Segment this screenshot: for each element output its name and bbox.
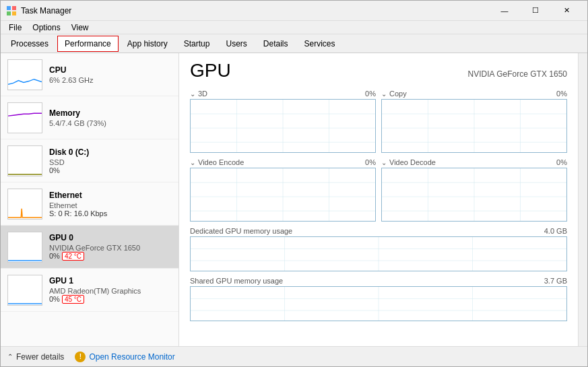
gpu1-stat: 0% 45 °C <box>49 295 172 304</box>
dedicated-label: Dedicated GPU memory usage <box>190 227 292 235</box>
svg-rect-0 <box>7 6 11 10</box>
gpu1-info: GPU 1 AMD Radeon(TM) Graphics 0% 45 °C <box>49 276 172 304</box>
cpu-thumb <box>7 59 42 90</box>
cpu-sub: 6% 2.63 GHz <box>49 76 172 84</box>
gpu1-name: GPU 1 <box>49 276 172 286</box>
cpu-info: CPU 6% 2.63 GHz <box>49 65 172 84</box>
maximize-button[interactable]: ☐ <box>520 1 551 21</box>
content-header: GPU NVIDIA GeForce GTX 1650 <box>190 60 567 81</box>
svg-rect-3 <box>12 11 16 15</box>
disk-thumb <box>7 145 42 176</box>
resource-monitor-icon: ! <box>75 352 86 362</box>
svg-rect-2 <box>7 11 11 15</box>
gpu0-temp-badge: 42 °C <box>62 252 84 261</box>
shared-chart-box <box>190 286 567 321</box>
menu-view[interactable]: View <box>66 22 94 34</box>
tab-startup[interactable]: Startup <box>176 36 218 52</box>
chart-3d: ⌄ 3D 0% <box>190 90 376 153</box>
gpu1-sub: AMD Radeon(TM) Graphics <box>49 287 172 295</box>
chart-decode-pct: 0% <box>556 158 567 166</box>
window-title: Task Manager <box>21 6 489 15</box>
ethernet-name: Ethernet <box>49 191 172 200</box>
chart-encode-box <box>190 168 376 222</box>
disk-sub: SSD <box>49 158 172 166</box>
svg-rect-1 <box>12 6 16 10</box>
fewer-details-button[interactable]: ⌃ Fewer details <box>7 352 64 362</box>
sidebar-item-gpu0[interactable]: GPU 0 NVIDIA GeForce GTX 1650 0% 42 °C <box>1 226 178 269</box>
disk-stat: 0% <box>49 166 172 174</box>
content-subtitle: NVIDIA GeForce GTX 1650 <box>468 69 567 79</box>
chart-3d-box <box>190 99 376 153</box>
chart-video-decode: ⌄ Video Decode 0% <box>381 158 567 222</box>
ethernet-info: Ethernet Ethernet S: 0 R: 16.0 Kbps <box>49 191 172 218</box>
memory-info: Memory 5.4/7.4 GB (73%) <box>49 108 172 127</box>
sidebar-item-ethernet[interactable]: Ethernet Ethernet S: 0 R: 16.0 Kbps <box>1 182 178 226</box>
dedicated-memory-block: Dedicated GPU memory usage 4.0 GB <box>190 227 567 271</box>
shared-label: Shared GPU memory usage <box>190 277 283 285</box>
app-icon <box>6 5 17 16</box>
dedicated-chart-box <box>190 236 567 271</box>
chart-decode-box <box>381 168 567 222</box>
task-manager-window: Task Manager — ☐ ✕ File Options View Pro… <box>0 0 588 367</box>
menu-file[interactable]: File <box>3 22 27 34</box>
tabbar: Processes Performance App history Startu… <box>1 34 587 53</box>
chart-3d-label: 3D <box>198 90 207 98</box>
sidebar: CPU 6% 2.63 GHz Memory 5.4/7.4 GB (73%) <box>1 53 179 346</box>
chart-copy-box <box>381 99 567 153</box>
sidebar-item-memory[interactable]: Memory 5.4/7.4 GB (73%) <box>1 96 178 139</box>
ethernet-sub: Ethernet <box>49 201 172 209</box>
fewer-details-label: Fewer details <box>16 352 64 362</box>
chevron-encode-icon: ⌄ <box>190 159 195 166</box>
shared-memory-block: Shared GPU memory usage 3.7 GB <box>190 277 567 321</box>
chevron-decode-icon: ⌄ <box>381 159 387 166</box>
disk-name: Disk 0 (C:) <box>49 147 172 157</box>
chart-copy: ⌄ Copy 0% <box>381 90 567 153</box>
sidebar-item-gpu1[interactable]: GPU 1 AMD Radeon(TM) Graphics 0% 45 °C <box>1 269 178 312</box>
gpu-charts-grid: ⌄ 3D 0% <box>190 90 567 222</box>
menubar: File Options View <box>1 21 587 34</box>
ethernet-thumb <box>7 189 42 220</box>
tab-users[interactable]: Users <box>218 36 254 52</box>
dedicated-value: 4.0 GB <box>544 227 567 235</box>
chart-copy-label: Copy <box>389 90 407 98</box>
tab-services[interactable]: Services <box>297 36 343 52</box>
gpu0-stat: 0% 42 °C <box>49 252 172 261</box>
open-resource-monitor-button[interactable]: ! Open Resource Monitor <box>75 352 174 362</box>
chart-video-encode: ⌄ Video Encode 0% <box>190 158 376 222</box>
cpu-name: CPU <box>49 65 172 75</box>
memory-thumb <box>7 102 42 133</box>
shared-value: 3.7 GB <box>544 277 567 285</box>
chart-encode-label: Video Encode <box>198 158 244 166</box>
gpu0-name: GPU 0 <box>49 233 172 242</box>
disk-info: Disk 0 (C:) SSD 0% <box>49 147 172 174</box>
content-panel: GPU NVIDIA GeForce GTX 1650 ⌄ 3D 0% <box>179 53 578 346</box>
tab-app-history[interactable]: App history <box>120 36 175 52</box>
gpu0-info: GPU 0 NVIDIA GeForce GTX 1650 0% 42 °C <box>49 233 172 261</box>
sidebar-item-disk[interactable]: Disk 0 (C:) SSD 0% <box>1 139 178 182</box>
gpu1-thumb <box>7 275 42 306</box>
chart-encode-pct: 0% <box>365 158 376 166</box>
chevron-copy-icon: ⌄ <box>381 90 387 98</box>
gpu0-thumb <box>7 232 42 263</box>
memory-name: Memory <box>49 108 172 118</box>
tab-performance[interactable]: Performance <box>57 36 119 52</box>
sidebar-item-cpu[interactable]: CPU 6% 2.63 GHz <box>1 53 178 96</box>
gpu1-temp-badge: 45 °C <box>62 295 84 304</box>
chart-decode-label: Video Decode <box>389 158 436 166</box>
scrollbar[interactable] <box>578 53 587 346</box>
minimize-button[interactable]: — <box>489 1 520 21</box>
titlebar: Task Manager — ☐ ✕ <box>1 1 587 21</box>
chart-3d-pct: 0% <box>365 90 376 98</box>
gpu0-sub: NVIDIA GeForce GTX 1650 <box>49 244 172 252</box>
ethernet-stat: S: 0 R: 16.0 Kbps <box>49 209 172 218</box>
window-controls: — ☐ ✕ <box>489 1 582 21</box>
close-button[interactable]: ✕ <box>551 1 582 21</box>
main-area: CPU 6% 2.63 GHz Memory 5.4/7.4 GB (73%) <box>1 53 587 346</box>
memory-sub: 5.4/7.4 GB (73%) <box>49 119 172 127</box>
chart-copy-pct: 0% <box>556 90 567 98</box>
chevron-3d-icon: ⌄ <box>190 90 195 98</box>
tab-processes[interactable]: Processes <box>3 36 56 52</box>
menu-options[interactable]: Options <box>27 22 65 34</box>
tab-details[interactable]: Details <box>256 36 296 52</box>
footer: ⌃ Fewer details ! Open Resource Monitor <box>1 346 587 366</box>
